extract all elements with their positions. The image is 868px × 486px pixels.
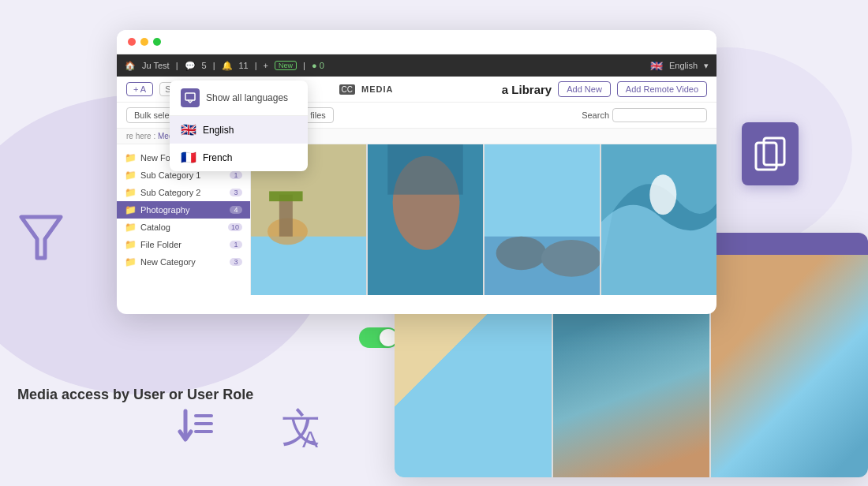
nav-comments: 5 [202,61,207,70]
lang-english-label: English [203,125,234,136]
media-access-text: Media access by User or User Role [17,387,253,403]
nav-divider-2: | [213,61,215,70]
svg-rect-10 [251,237,366,295]
add-new-button[interactable]: Add New [558,81,611,97]
access-toggle-wrap[interactable] [359,327,398,348]
sort-icon-decoration [174,402,217,453]
svg-text:A: A [302,426,318,452]
search-label: Search [582,110,609,120]
minimize-dot[interactable] [140,38,148,46]
flag-gb: 🇬🇧 [181,122,196,137]
svg-point-22 [649,174,676,215]
nav-bar: 🏠 Ju Test | 💬 5 | 🔔 11 | + New | ● 0 🇬🇧 … [117,54,716,77]
add-button[interactable]: + A [126,82,153,96]
nav-language: English [669,61,698,70]
svg-marker-0 [21,217,61,258]
sidebar-item-label: Photography [140,205,189,215]
media-label: MEDIA [361,84,393,94]
sidebar-count: 3 [230,258,242,266]
sidebar-item-label: New Category [140,257,196,267]
comments-icon: 💬 [185,61,196,71]
plus-icon: + [264,61,268,70]
sidebar-count: 3 [230,189,242,196]
lang-dropdown-label: Show all languages [206,92,288,103]
media-cell-4[interactable] [601,144,716,295]
sidebar-item-new-category[interactable]: 📁 New Category 3 [117,253,250,271]
language-dropdown[interactable]: Show all languages 🇬🇧 English 🇫🇷 French [170,80,308,171]
nav-new-badge[interactable]: New [275,61,297,70]
search-box: Search [582,108,707,122]
folder-icon: 📁 [125,204,137,215]
sidebar-count: 1 [230,241,242,249]
folder-icon: 📁 [125,187,137,198]
lang-header-icon [181,88,200,107]
add-remote-button[interactable]: Add Remote Video [617,81,707,97]
browser-window-main: 🏠 Ju Test | 💬 5 | 🔔 11 | + New | ● 0 🇬🇧 … [117,30,716,314]
media-grid [251,144,716,295]
lang-french-label: French [203,152,232,163]
nav-divider-4: | [303,61,305,70]
search-input[interactable] [612,108,707,122]
nav-notifications: 11 [239,61,249,70]
sidebar-item-label: Sub Category 2 [140,188,200,197]
folder-icon: 📁 [125,222,137,233]
home-icon[interactable]: 🏠 [125,61,136,71]
folder-icon: 📁 [125,170,137,181]
folder-icon: 📁 [125,256,137,267]
lang-option-english[interactable]: 🇬🇧 English [170,116,308,144]
cc-icon: CC [339,84,355,95]
media-cell-2[interactable] [368,144,483,295]
title-bar [117,30,716,54]
toolbar-title: a Library [502,83,552,96]
filter-icon-decoration [17,209,65,267]
sidebar-count: 4 [230,206,242,214]
bell-icon: 🔔 [222,61,233,71]
sidebar-item-catalog[interactable]: 📁 Catalog 10 [117,219,250,236]
sidebar-item-file-folder[interactable]: 📁 File Folder 1 [117,236,250,253]
svg-rect-23 [185,93,195,100]
access-toggle[interactable] [359,327,398,348]
sidebar-item-sub2[interactable]: 📁 Sub Category 2 3 [117,184,250,201]
maximize-dot[interactable] [153,38,161,46]
nav-lang-arrow: ▾ [704,61,709,71]
folder-icon: 📁 [125,152,137,163]
lang-dropdown-header: Show all languages [170,80,308,116]
sidebar-item-label: Catalog [140,222,170,232]
copy-icon-panel [742,122,799,185]
sidebar-item-label: Sub Category 1 [140,170,200,180]
nav-divider-3: | [255,61,257,70]
svg-rect-16 [387,144,463,195]
media-cell-boats-2 [711,255,868,477]
media-cell-3[interactable] [485,144,600,295]
translate-icon-decoration: 文 A [280,402,331,462]
svg-rect-20 [485,237,600,295]
flag-fr: 🇫🇷 [181,150,196,165]
breadcrumb-prefix: re here : [126,132,158,140]
nav-divider-1: | [176,61,178,70]
sidebar-count: 10 [228,223,242,231]
sidebar-item-label: File Folder [140,240,181,249]
svg-rect-13 [269,191,302,201]
close-dot[interactable] [128,38,136,46]
nav-dot-count: ● 0 [312,61,324,70]
sidebar-count: 1 [230,171,242,179]
sidebar-item-photography[interactable]: 📁 Photography 4 [117,201,250,219]
lang-option-french[interactable]: 🇫🇷 French [170,144,308,171]
folder-icon: 📁 [125,239,137,250]
nav-username: Ju Test [142,61,170,70]
flag-icon: 🇬🇧 [650,60,663,72]
